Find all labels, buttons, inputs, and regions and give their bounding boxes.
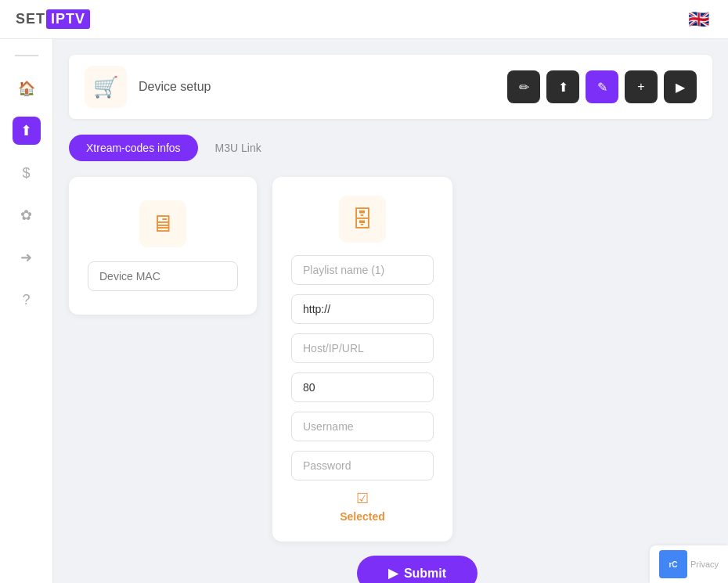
submit-button[interactable]: ▶ Submit [357, 556, 478, 583]
port-input[interactable] [291, 372, 434, 402]
sidebar-item-billing[interactable]: $ [13, 159, 41, 187]
submit-section: ▶ Submit [122, 556, 712, 583]
http-prefix-input[interactable] [291, 294, 434, 324]
username-input[interactable] [291, 412, 434, 441]
recaptcha-icon: rC [659, 550, 687, 578]
tab-bar: Xtream-codes infos M3U Link [69, 135, 712, 161]
sidebar-item-upload[interactable]: ⬆ [13, 117, 41, 145]
language-flag[interactable]: 🇬🇧 [684, 5, 712, 34]
logo: SET IPTV [16, 9, 90, 29]
device-card: 🖥 [69, 177, 257, 315]
submit-icon: ▶ [388, 566, 398, 581]
edit-button[interactable]: ✏ [507, 70, 540, 103]
password-input[interactable] [291, 451, 434, 480]
privacy-badge: rC Privacy [650, 545, 728, 583]
content-area: 🖥 🗄 ☑ Selected [69, 177, 712, 542]
tab-m3u-link[interactable]: M3U Link [198, 135, 279, 161]
sidebar-item-help[interactable]: ? [13, 286, 41, 314]
selected-area: ☑ Selected [340, 490, 385, 523]
write-button[interactable]: ✎ [586, 70, 618, 103]
submit-label: Submit [404, 567, 446, 581]
database-icon: 🗄 [339, 196, 386, 243]
page-header-left: 🛒 Device setup [85, 66, 211, 108]
page-header: 🛒 Device setup ✏ ⬆ ✎ + ▶ [69, 55, 712, 119]
header-cart-icon: 🛒 [85, 66, 127, 108]
checkbox-checked-icon: ☑ [356, 490, 369, 507]
sidebar-item-login[interactable]: ➜ [13, 243, 41, 272]
form-card: 🗄 ☑ Selected [272, 177, 452, 542]
sidebar-item-users[interactable]: ✿ [13, 201, 41, 229]
privacy-label: Privacy [690, 560, 719, 569]
sidebar-item-home[interactable]: 🏠 [13, 74, 41, 103]
main-content: 🛒 Device setup ✏ ⬆ ✎ + ▶ Xtream-codes in… [53, 39, 728, 583]
logo-set-text: SET [16, 11, 45, 27]
sidebar: 🏠 ⬆ $ ✿ ➜ ? [0, 39, 53, 583]
playlist-name-input[interactable] [291, 255, 434, 285]
play-button[interactable]: ▶ [664, 70, 697, 103]
page-title: Device setup [139, 80, 211, 94]
top-navbar: SET IPTV 🇬🇧 [0, 0, 728, 39]
tab-xtream-codes[interactable]: Xtream-codes infos [69, 135, 198, 161]
monitor-icon: 🖥 [139, 200, 186, 247]
host-ip-url-input[interactable] [291, 333, 434, 363]
logo-iptv-text: IPTV [46, 9, 90, 29]
upload-button[interactable]: ⬆ [546, 70, 579, 103]
header-buttons: ✏ ⬆ ✎ + ▶ [507, 70, 697, 103]
sidebar-divider [15, 55, 38, 56]
device-mac-input[interactable] [88, 261, 238, 291]
selected-label: Selected [340, 510, 385, 523]
add-button[interactable]: + [625, 70, 658, 103]
